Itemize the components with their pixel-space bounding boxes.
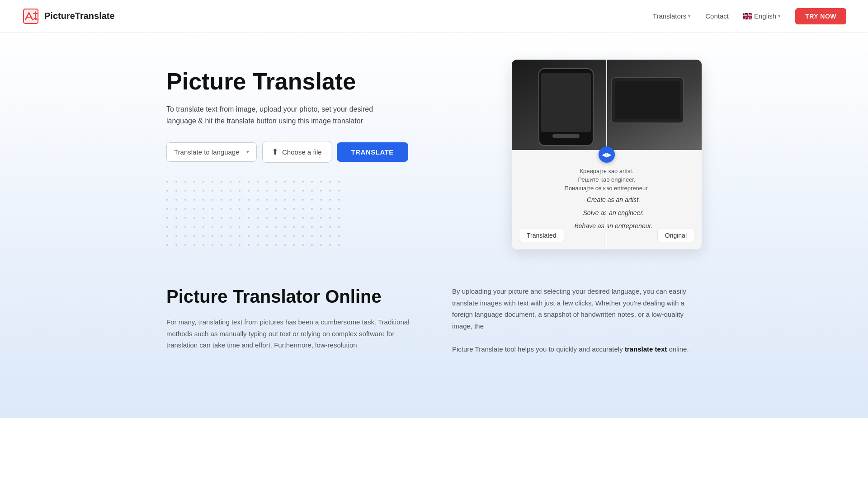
dot <box>212 226 213 228</box>
dot <box>184 235 186 237</box>
dot <box>338 199 340 201</box>
dot <box>266 217 268 219</box>
dot <box>338 208 340 210</box>
dot <box>212 181 213 183</box>
dot <box>266 235 268 237</box>
dot <box>302 226 304 228</box>
dot <box>311 190 313 192</box>
dot <box>166 190 168 192</box>
dot <box>184 226 186 228</box>
hero-controls: Translate to language ▾ ⬆ Choose a file … <box>166 141 494 163</box>
dot <box>230 217 231 219</box>
dot <box>193 244 195 246</box>
dot <box>230 235 231 237</box>
hero-title: Picture Translate <box>166 69 494 94</box>
dot <box>311 181 313 183</box>
dot <box>320 226 322 228</box>
dot <box>203 235 204 237</box>
dot <box>175 217 177 219</box>
dot <box>275 181 277 183</box>
dot <box>284 181 286 183</box>
dot <box>275 190 277 192</box>
dot <box>184 181 186 183</box>
dot <box>166 244 168 246</box>
dot <box>302 181 304 183</box>
dot <box>193 235 195 237</box>
dot <box>175 235 177 237</box>
svg-rect-5 <box>541 73 591 132</box>
dot <box>230 226 231 228</box>
dot <box>329 181 331 183</box>
dot <box>193 226 195 228</box>
dot <box>311 244 313 246</box>
dot <box>239 226 241 228</box>
dot <box>221 181 222 183</box>
dot <box>257 235 259 237</box>
bottom-section: Picture Translator Online For many, tran… <box>145 249 723 391</box>
hero-section: Picture Translate To translate text from… <box>145 33 723 249</box>
dot <box>175 244 177 246</box>
translate-button[interactable]: TRANSLATE <box>337 142 408 162</box>
dot <box>284 235 286 237</box>
dot <box>266 190 268 192</box>
svg-rect-6 <box>552 134 580 138</box>
dot <box>329 217 331 219</box>
language-select-label: Translate to language <box>174 148 240 156</box>
logo[interactable]: PictureTranslate <box>22 7 115 25</box>
choose-file-button[interactable]: ⬆ Choose a file <box>262 141 331 163</box>
logo-text: PictureTranslate <box>44 11 115 21</box>
comparison-handle[interactable]: ◀▶ <box>599 146 615 163</box>
dot <box>329 208 331 210</box>
dot <box>221 235 222 237</box>
dot <box>248 208 250 210</box>
dot <box>239 235 241 237</box>
dot <box>221 190 222 192</box>
translated-label: Translated <box>519 229 564 242</box>
dot <box>239 244 241 246</box>
dot <box>320 244 322 246</box>
dot <box>193 199 195 201</box>
dot <box>221 208 222 210</box>
nav-contact[interactable]: Contact <box>705 12 729 20</box>
dot <box>184 199 186 201</box>
nav-translators[interactable]: Translators ▾ <box>653 12 691 20</box>
dot <box>266 199 268 201</box>
dot <box>338 181 340 183</box>
dot <box>338 190 340 192</box>
dot <box>302 217 304 219</box>
dot <box>284 226 286 228</box>
dot <box>184 190 186 192</box>
dot <box>239 208 241 210</box>
dot <box>338 244 340 246</box>
svg-rect-8 <box>615 81 680 119</box>
dot <box>275 235 277 237</box>
original-text-2: Solve as an engineer. <box>583 207 644 219</box>
nav-language[interactable]: English ▾ <box>743 12 781 20</box>
lang-chevron-icon: ▾ <box>246 149 249 155</box>
bottom-left: Picture Translator Online For many, tran… <box>166 286 416 355</box>
dot <box>212 235 213 237</box>
dot <box>338 217 340 219</box>
dot <box>293 217 295 219</box>
dot <box>212 217 213 219</box>
dot <box>230 208 231 210</box>
dot <box>166 217 168 219</box>
dot <box>293 190 295 192</box>
dot <box>193 190 195 192</box>
language-select[interactable]: Translate to language ▾ <box>166 142 257 162</box>
bottom-title: Picture Translator Online <box>166 286 416 307</box>
nav-right: Translators ▾ Contact English ▾ TRY NOW <box>653 8 846 24</box>
dot <box>230 181 231 183</box>
translators-chevron-icon: ▾ <box>688 13 691 19</box>
dot <box>175 208 177 210</box>
dot <box>212 244 213 246</box>
dot <box>275 226 277 228</box>
navbar: PictureTranslate Translators ▾ Contact E… <box>0 0 868 33</box>
try-now-button[interactable]: TRY NOW <box>795 8 846 24</box>
dot <box>257 226 259 228</box>
translate-text-link[interactable]: translate text <box>625 345 667 353</box>
dot <box>284 190 286 192</box>
dot <box>302 199 304 201</box>
dot <box>221 226 222 228</box>
dot <box>302 190 304 192</box>
